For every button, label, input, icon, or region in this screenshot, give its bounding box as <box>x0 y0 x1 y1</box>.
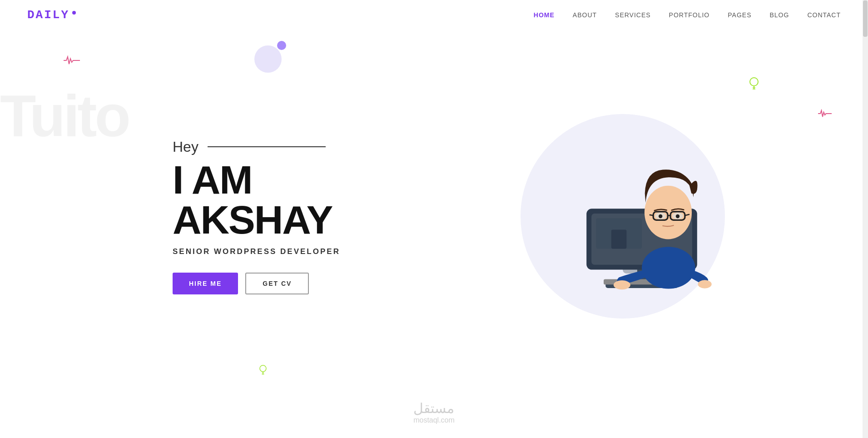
nav-links: HOME ABOUT SERVICES PORTFOLIO PAGES BLOG… <box>534 11 841 19</box>
logo-text: DAILY <box>27 8 69 22</box>
svg-line-25 <box>650 215 653 216</box>
nav-item-contact[interactable]: CONTACT <box>807 11 841 19</box>
nav-link-home[interactable]: HOME <box>534 11 555 19</box>
nav-link-portfolio[interactable]: PORTFOLIO <box>669 11 710 19</box>
name-line2: AKSHAY <box>173 197 332 242</box>
mostaql-arabic: مستقل <box>413 401 454 416</box>
svg-rect-15 <box>611 229 627 249</box>
nav-item-home[interactable]: HOME <box>534 11 555 19</box>
hire-me-button[interactable]: HIRE ME <box>173 273 238 294</box>
nav-link-blog[interactable]: BLOG <box>769 11 789 19</box>
nav-link-services[interactable]: SERVICES <box>615 11 651 19</box>
svg-point-29 <box>659 214 662 218</box>
hero-text: Hey I AM AKSHAY SENIOR WORDPRESS DEVELOP… <box>173 139 340 294</box>
svg-point-19 <box>698 280 711 288</box>
svg-point-17 <box>642 247 695 289</box>
nav-item-about[interactable]: ABOUT <box>573 11 597 19</box>
nav-item-blog[interactable]: BLOG <box>769 11 789 19</box>
nav-item-pages[interactable]: PAGES <box>728 11 751 19</box>
svg-point-30 <box>676 214 680 218</box>
nav-item-services[interactable]: SERVICES <box>615 11 651 19</box>
hero-illustration <box>514 107 732 325</box>
hero-section: Hey I AM AKSHAY SENIOR WORDPRESS DEVELOP… <box>0 30 868 403</box>
logo-dot <box>72 11 76 15</box>
mostaql-url: mostaql.com <box>413 416 455 424</box>
greeting-line: Hey <box>173 139 340 155</box>
greeting-text: Hey <box>173 139 198 155</box>
hero-subtitle: SENIOR WORDPRESS DEVELOPER <box>173 247 340 256</box>
greeting-divider <box>208 146 326 147</box>
navbar: DAILY HOME ABOUT SERVICES PORTFOLIO PAGE… <box>0 0 868 30</box>
nav-item-portfolio[interactable]: PORTFOLIO <box>669 11 710 19</box>
name-line1: I AM <box>173 157 252 202</box>
nav-link-contact[interactable]: CONTACT <box>807 11 841 19</box>
hero-buttons: HIRE ME GET CV <box>173 273 340 294</box>
get-cv-button[interactable]: GET CV <box>245 273 309 294</box>
nav-link-pages[interactable]: PAGES <box>728 11 751 19</box>
mostaql-watermark: مستقل mostaql.com <box>413 400 455 424</box>
svg-point-18 <box>614 280 630 289</box>
developer-svg <box>527 125 718 307</box>
scrollbar[interactable] <box>863 0 868 438</box>
nav-link-about[interactable]: ABOUT <box>573 11 597 19</box>
hero-name: I AM AKSHAY <box>173 160 340 240</box>
logo[interactable]: DAILY <box>27 8 76 22</box>
